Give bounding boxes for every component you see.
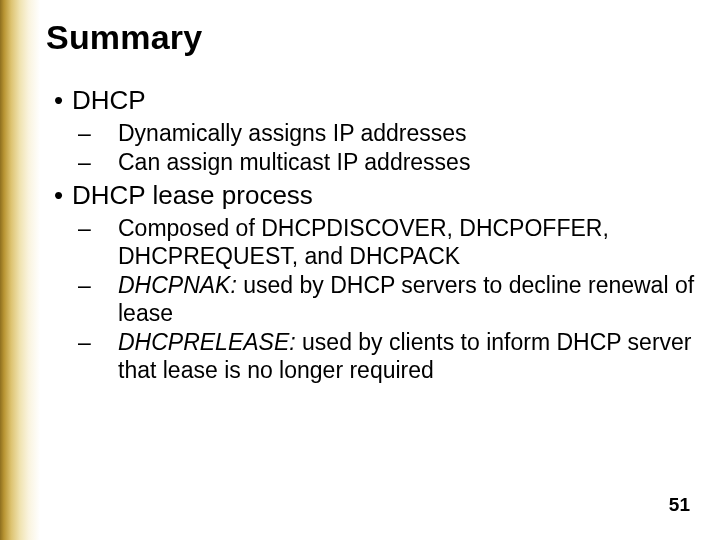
term-italic: DHCPRELEASE: <box>118 329 296 355</box>
bullet-text: DHCP lease process <box>72 180 313 210</box>
dash-icon: – <box>98 271 118 299</box>
slide-body: •DHCP –Dynamically assigns IP addresses … <box>46 85 698 384</box>
accent-bar <box>0 0 40 540</box>
subbullet-text: Can assign multicast IP addresses <box>118 149 470 175</box>
dash-icon: – <box>98 328 118 356</box>
bullet-lease-process: •DHCP lease process <box>46 180 698 212</box>
bullet-dot-icon: • <box>54 180 72 212</box>
bullet-text: DHCP <box>72 85 146 115</box>
page-number: 51 <box>669 494 690 516</box>
subbullet-dhcp-multicast: –Can assign multicast IP addresses <box>46 148 698 176</box>
slide: Summary •DHCP –Dynamically assigns IP ad… <box>0 0 720 540</box>
subbullet-text: Dynamically assigns IP addresses <box>118 120 467 146</box>
term-italic: DHCPNAK: <box>118 272 237 298</box>
subbullet-text: Composed of DHCPDISCOVER, DHCPOFFER, DHC… <box>118 215 609 269</box>
subbullet-dhcpnak: –DHCPNAK: used by DHCP servers to declin… <box>46 271 698 327</box>
bullet-dhcp: •DHCP <box>46 85 698 117</box>
subbullet-dhcprelease: –DHCPRELEASE: used by clients to inform … <box>46 328 698 384</box>
bullet-dot-icon: • <box>54 85 72 117</box>
dash-icon: – <box>98 214 118 242</box>
subbullet-composed: –Composed of DHCPDISCOVER, DHCPOFFER, DH… <box>46 214 698 270</box>
slide-title: Summary <box>46 18 698 57</box>
dash-icon: – <box>98 119 118 147</box>
subbullet-dhcp-dyn: –Dynamically assigns IP addresses <box>46 119 698 147</box>
dash-icon: – <box>98 148 118 176</box>
slide-content: Summary •DHCP –Dynamically assigns IP ad… <box>40 0 720 540</box>
